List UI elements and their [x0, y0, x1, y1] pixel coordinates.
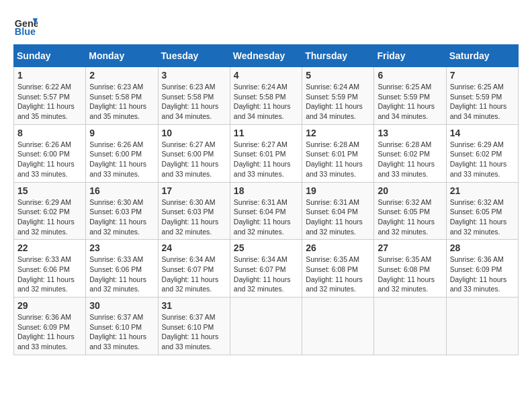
- sunset-time: Sunset: 6:02 PM: [378, 150, 430, 158]
- sunset-time: Sunset: 5:59 PM: [450, 93, 502, 101]
- svg-text:Blue: Blue: [15, 26, 36, 37]
- cell-content: Sunrise: 6:31 AM Sunset: 6:04 PM Dayligh…: [306, 197, 370, 237]
- day-number: 8: [17, 128, 82, 138]
- sunrise-time: Sunrise: 6:26 AM: [89, 140, 143, 148]
- sunrise-time: Sunrise: 6:22 AM: [17, 83, 71, 91]
- sunrise-time: Sunrise: 6:30 AM: [162, 198, 216, 206]
- sunrise-time: Sunrise: 6:31 AM: [234, 198, 287, 206]
- cell-content: Sunrise: 6:27 AM Sunset: 6:00 PM Dayligh…: [162, 140, 226, 179]
- sunrise-time: Sunrise: 6:30 AM: [89, 198, 143, 206]
- cell-content: Sunrise: 6:26 AM Sunset: 6:00 PM Dayligh…: [89, 140, 154, 179]
- cell-content: Sunrise: 6:35 AM Sunset: 6:08 PM Dayligh…: [306, 255, 370, 294]
- calendar-cell: 17 Sunrise: 6:30 AM Sunset: 6:03 PM Dayl…: [158, 182, 230, 240]
- sunset-time: Sunset: 5:57 PM: [17, 93, 70, 101]
- sunrise-time: Sunrise: 6:23 AM: [89, 83, 143, 91]
- day-number: 13: [378, 128, 442, 138]
- calendar-cell: 11 Sunrise: 6:27 AM Sunset: 6:01 PM Dayl…: [230, 124, 302, 182]
- logo: General Blue: [13, 13, 40, 38]
- weekday-sunday: Sunday: [14, 45, 86, 67]
- daylight-hours: Daylight: 11 hours and 32 minutes.: [162, 275, 219, 293]
- calendar-cell: 26 Sunrise: 6:35 AM Sunset: 6:08 PM Dayl…: [302, 240, 374, 298]
- daylight-hours: Daylight: 11 hours and 33 minutes.: [162, 332, 219, 351]
- sunrise-time: Sunrise: 6:31 AM: [306, 198, 359, 206]
- daylight-hours: Daylight: 11 hours and 33 minutes.: [450, 275, 507, 293]
- day-number: 3: [162, 70, 226, 81]
- cell-content: Sunrise: 6:33 AM Sunset: 6:06 PM Dayligh…: [17, 255, 82, 294]
- daylight-hours: Daylight: 11 hours and 32 minutes.: [89, 218, 146, 236]
- sunrise-time: Sunrise: 6:25 AM: [450, 83, 504, 91]
- daylight-hours: Daylight: 11 hours and 35 minutes.: [89, 102, 146, 120]
- calendar-cell: 22 Sunrise: 6:33 AM Sunset: 6:06 PM Dayl…: [14, 240, 86, 298]
- sunset-time: Sunset: 6:09 PM: [450, 265, 502, 273]
- day-number: 24: [162, 242, 226, 253]
- week-row-4: 22 Sunrise: 6:33 AM Sunset: 6:06 PM Dayl…: [14, 240, 519, 298]
- sunrise-time: Sunrise: 6:27 AM: [234, 140, 287, 148]
- calendar-cell: 1 Sunrise: 6:22 AM Sunset: 5:57 PM Dayli…: [14, 67, 86, 125]
- calendar-cell: 20 Sunrise: 6:32 AM Sunset: 6:05 PM Dayl…: [374, 182, 446, 240]
- calendar-cell: 3 Sunrise: 6:23 AM Sunset: 5:58 PM Dayli…: [158, 67, 230, 125]
- cell-content: Sunrise: 6:23 AM Sunset: 5:58 PM Dayligh…: [162, 82, 226, 122]
- logo-icon: General Blue: [13, 13, 38, 38]
- daylight-hours: Daylight: 11 hours and 33 minutes.: [17, 332, 75, 351]
- sunset-time: Sunset: 6:03 PM: [162, 208, 214, 216]
- cell-content: Sunrise: 6:31 AM Sunset: 6:04 PM Dayligh…: [234, 197, 298, 237]
- day-number: 22: [17, 242, 82, 253]
- daylight-hours: Daylight: 11 hours and 33 minutes.: [162, 160, 219, 178]
- calendar-cell: 2 Sunrise: 6:23 AM Sunset: 5:58 PM Dayli…: [86, 67, 158, 125]
- calendar-cell: 24 Sunrise: 6:34 AM Sunset: 6:07 PM Dayl…: [158, 240, 230, 298]
- sunset-time: Sunset: 6:05 PM: [450, 208, 502, 216]
- page-header: General Blue: [13, 13, 519, 38]
- daylight-hours: Daylight: 11 hours and 33 minutes.: [306, 160, 363, 178]
- sunset-time: Sunset: 6:00 PM: [17, 150, 70, 158]
- week-row-1: 1 Sunrise: 6:22 AM Sunset: 5:57 PM Dayli…: [14, 67, 519, 125]
- daylight-hours: Daylight: 11 hours and 32 minutes.: [17, 218, 75, 236]
- daylight-hours: Daylight: 11 hours and 34 minutes.: [450, 102, 507, 120]
- sunrise-time: Sunrise: 6:32 AM: [378, 198, 431, 206]
- sunset-time: Sunset: 5:59 PM: [306, 93, 358, 101]
- cell-content: Sunrise: 6:34 AM Sunset: 6:07 PM Dayligh…: [162, 255, 226, 294]
- sunrise-time: Sunrise: 6:33 AM: [89, 255, 143, 263]
- sunrise-time: Sunrise: 6:35 AM: [306, 255, 359, 263]
- sunset-time: Sunset: 6:00 PM: [89, 150, 142, 158]
- weekday-wednesday: Wednesday: [230, 45, 302, 67]
- sunset-time: Sunset: 6:07 PM: [162, 265, 214, 273]
- sunset-time: Sunset: 6:06 PM: [89, 265, 142, 273]
- calendar-cell: 27 Sunrise: 6:35 AM Sunset: 6:08 PM Dayl…: [374, 240, 446, 298]
- cell-content: Sunrise: 6:32 AM Sunset: 6:05 PM Dayligh…: [450, 197, 515, 237]
- daylight-hours: Daylight: 11 hours and 32 minutes.: [378, 218, 435, 236]
- sunrise-time: Sunrise: 6:26 AM: [17, 140, 71, 148]
- sunset-time: Sunset: 6:05 PM: [378, 208, 430, 216]
- calendar-cell: 23 Sunrise: 6:33 AM Sunset: 6:06 PM Dayl…: [86, 240, 158, 298]
- sunset-time: Sunset: 6:01 PM: [234, 150, 286, 158]
- cell-content: Sunrise: 6:28 AM Sunset: 6:01 PM Dayligh…: [306, 140, 370, 179]
- sunrise-time: Sunrise: 6:33 AM: [17, 255, 71, 263]
- week-row-2: 8 Sunrise: 6:26 AM Sunset: 6:00 PM Dayli…: [14, 124, 519, 182]
- calendar-cell: 21 Sunrise: 6:32 AM Sunset: 6:05 PM Dayl…: [446, 182, 518, 240]
- day-number: 30: [89, 300, 154, 311]
- day-number: 10: [162, 128, 226, 138]
- sunset-time: Sunset: 6:10 PM: [162, 323, 214, 331]
- calendar-cell: 14 Sunrise: 6:29 AM Sunset: 6:02 PM Dayl…: [446, 124, 518, 182]
- day-number: 9: [89, 128, 154, 138]
- day-number: 16: [89, 185, 154, 196]
- calendar-cell: [302, 298, 374, 355]
- day-number: 11: [234, 128, 298, 138]
- cell-content: Sunrise: 6:34 AM Sunset: 6:07 PM Dayligh…: [234, 255, 298, 294]
- day-number: 2: [89, 70, 154, 81]
- cell-content: Sunrise: 6:23 AM Sunset: 5:58 PM Dayligh…: [89, 82, 154, 122]
- calendar-cell: [374, 298, 446, 355]
- cell-content: Sunrise: 6:32 AM Sunset: 6:05 PM Dayligh…: [378, 197, 442, 237]
- day-number: 5: [306, 70, 370, 81]
- weekday-saturday: Saturday: [446, 45, 518, 67]
- sunrise-time: Sunrise: 6:36 AM: [450, 255, 504, 263]
- daylight-hours: Daylight: 11 hours and 34 minutes.: [162, 102, 219, 120]
- cell-content: Sunrise: 6:30 AM Sunset: 6:03 PM Dayligh…: [162, 197, 226, 237]
- sunrise-time: Sunrise: 6:23 AM: [162, 83, 216, 91]
- cell-content: Sunrise: 6:27 AM Sunset: 6:01 PM Dayligh…: [234, 140, 298, 179]
- day-number: 28: [450, 242, 515, 253]
- day-number: 25: [234, 242, 298, 253]
- day-number: 6: [378, 70, 442, 81]
- sunset-time: Sunset: 6:03 PM: [89, 208, 142, 216]
- calendar-cell: 18 Sunrise: 6:31 AM Sunset: 6:04 PM Dayl…: [230, 182, 302, 240]
- day-number: 14: [450, 128, 515, 138]
